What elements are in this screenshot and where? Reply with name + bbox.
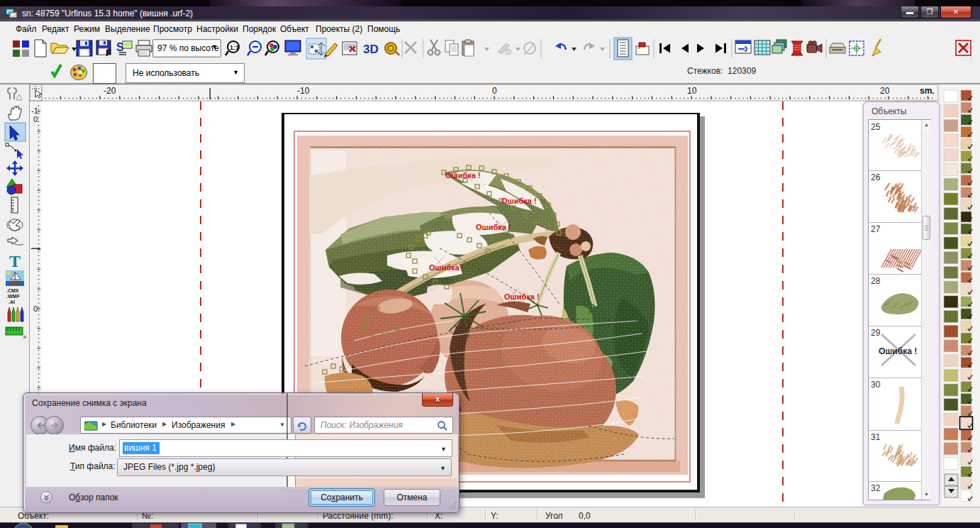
svg-text:Ошибка !: Ошибка ! [476, 223, 511, 231]
svg-text:25: 25 [871, 122, 881, 132]
svg-text:26: 26 [871, 172, 881, 182]
svg-text:-1: -1 [31, 106, 38, 115]
svg-text:-10: -10 [297, 86, 310, 96]
svg-text:R: R [23, 335, 27, 339]
svg-text:T: T [9, 252, 21, 270]
svg-text:.AI: .AI [9, 299, 15, 304]
svg-text:sm.: sm. [920, 86, 935, 96]
svg-text:29: 29 [871, 328, 881, 338]
svg-text:F: F [106, 48, 111, 58]
svg-text:3D: 3D [363, 43, 379, 56]
svg-text:28: 28 [871, 276, 881, 286]
svg-text:Ошибка !: Ошибка ! [445, 171, 481, 180]
svg-text:.CMX: .CMX [6, 288, 19, 293]
svg-text:0: 0 [492, 86, 497, 96]
svg-text:27: 27 [871, 224, 881, 234]
svg-text:30: 30 [871, 380, 881, 390]
svg-text:10: 10 [687, 86, 697, 96]
svg-text:Ошибка !: Ошибка ! [504, 292, 540, 301]
svg-text:0: 0 [33, 304, 38, 313]
svg-text:Ошибка !: Ошибка ! [501, 197, 537, 205]
svg-text:1:1: 1:1 [230, 44, 239, 51]
svg-text:Ошибка !: Ошибка ! [429, 263, 464, 272]
svg-text:Ошибка !: Ошибка ! [879, 346, 917, 356]
svg-text:-20: -20 [104, 86, 116, 96]
svg-text:32: 32 [871, 483, 881, 493]
svg-text:.WMF: .WMF [6, 294, 20, 299]
svg-text:31: 31 [871, 432, 881, 442]
svg-text:20: 20 [880, 86, 890, 96]
svg-text:0: 0 [33, 115, 38, 123]
